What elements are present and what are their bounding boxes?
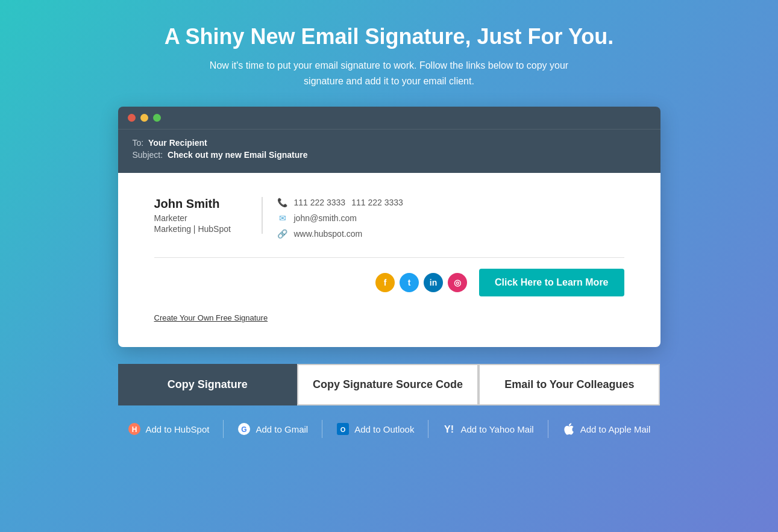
divider-1 [223,420,224,438]
divider-3 [428,420,428,438]
email-subject: Subject: Check out my new Email Signatur… [133,150,646,160]
email-titlebar [118,107,660,129]
signature-email-row: ✉ john@smith.com [277,213,403,224]
add-to-hubspot[interactable]: H Add to HubSpot [118,418,219,440]
email-body: John Smith Marketer Marketing | HubSpot … [118,173,660,347]
signature-website-row: 🔗 www.hubspot.com [277,228,403,239]
signature-phone1: 111 222 3333 [294,198,346,207]
signature-email: john@smith.com [294,213,357,223]
signature-title: Marketer [154,213,247,223]
web-icon: 🔗 [277,228,288,239]
email-preview-window: To: Your Recipient Subject: Check out my… [118,107,660,347]
yahoo-icon: Y! [442,422,456,436]
apple-icon [562,422,576,436]
copy-signature-button[interactable]: Copy Signature [118,364,297,405]
add-to-gmail[interactable]: G Add to Gmail [228,418,318,440]
window-dot-green [153,114,161,122]
svg-text:H: H [131,425,137,434]
create-own-link[interactable]: Create Your Own Free Signature [154,313,268,322]
email-header: To: Your Recipient Subject: Check out my… [118,129,660,173]
gmail-icon: G [237,422,251,436]
add-to-apple-mail[interactable]: Add to Apple Mail [553,418,660,440]
instagram-icon[interactable]: ◎ [448,273,467,292]
email-colleagues-button[interactable]: Email to Your Colleagues [478,364,660,405]
signature-name: John Smith [154,197,247,211]
copy-source-button[interactable]: Copy Signature Source Code [297,364,478,405]
cta-button[interactable]: Click Here to Learn More [479,269,624,296]
outlook-icon: O [336,422,350,436]
window-dot-yellow [140,114,148,122]
hubspot-icon: H [128,422,141,436]
signature-website: www.hubspot.com [294,229,363,239]
svg-text:O: O [340,426,346,433]
email-icon: ✉ [277,213,288,224]
signature-block: John Smith Marketer Marketing | HubSpot … [154,197,624,239]
divider-2 [322,420,322,438]
window-dot-red [128,114,136,122]
signature-phone2: 111 222 3333 [351,198,403,207]
divider-4 [548,420,548,438]
signature-social-cta: f t in ◎ Click Here to Learn More [154,269,624,296]
svg-text:Y!: Y! [444,424,454,434]
linkedin-icon[interactable]: in [424,273,443,292]
twitter-icon[interactable]: t [400,273,419,292]
add-to-outlook[interactable]: O Add to Outlook [327,418,424,440]
add-to-yahoo[interactable]: Y! Add to Yahoo Mail [433,418,543,440]
facebook-icon[interactable]: f [375,273,395,292]
social-icons-group: f t in ◎ [375,273,467,292]
action-buttons-row: Copy Signature Copy Signature Source Cod… [118,364,660,405]
page-title: A Shiny New Email Signature, Just For Yo… [165,24,613,49]
phone-icon: 📞 [277,197,288,208]
add-to-row: H Add to HubSpot G Add to Gmail O Add to… [118,418,660,440]
signature-phone-row: 📞 111 222 3333 111 222 3333 [277,197,403,208]
svg-text:G: G [242,425,247,434]
signature-left: John Smith Marketer Marketing | HubSpot [154,197,263,234]
email-to: To: Your Recipient [133,138,646,148]
signature-divider [154,257,624,258]
page-subtitle: Now it's time to put your email signatur… [209,58,570,89]
signature-company: Marketing | HubSpot [154,224,247,234]
signature-right: 📞 111 222 3333 111 222 3333 ✉ john@smith… [263,197,403,239]
